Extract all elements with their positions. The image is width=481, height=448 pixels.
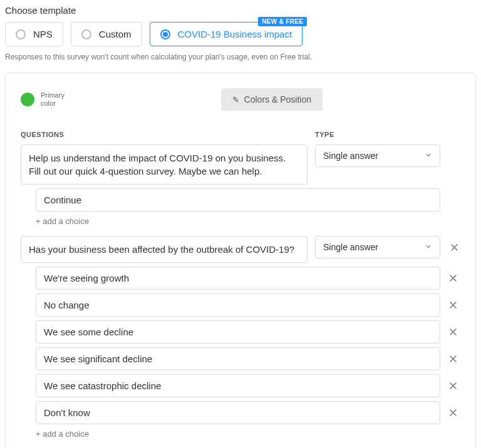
colors-position-label: Colors & Position [244, 94, 311, 104]
template-label: Custom [99, 29, 132, 39]
delete-choice-button[interactable] [445, 352, 460, 367]
choice-input[interactable]: We're seeing growth [36, 267, 440, 290]
choice-row: We're seeing growth [36, 267, 460, 290]
choice-row: Continue [36, 188, 460, 211]
columns-header: QUESTIONS TYPE [21, 131, 460, 138]
template-option-covid-19-business-impact[interactable]: COVID-19 Business impactNEW & FREE [150, 22, 303, 46]
question-type-value: Single answer [323, 151, 378, 161]
question-type-value: Single answer [323, 242, 378, 252]
question-block: Help us understand the impact of COVID-1… [21, 145, 460, 226]
radio-icon [16, 29, 26, 39]
page-title: Choose template [5, 5, 476, 16]
delete-choice-button[interactable] [445, 298, 460, 313]
delete-choice-button[interactable] [445, 405, 460, 420]
template-option-nps[interactable]: NPS [5, 22, 63, 46]
radio-icon [81, 29, 91, 39]
template-label: COVID-19 Business impact [178, 29, 292, 39]
choice-row: We see catastrophic decline [36, 374, 460, 397]
editor-card: Primary color ✎ Colors & Position QUESTI… [5, 73, 476, 448]
column-questions-label: QUESTIONS [21, 131, 308, 138]
choice-input[interactable]: Continue [36, 188, 440, 211]
delete-choice-button[interactable] [445, 271, 460, 286]
choice-input[interactable]: We see some decline [36, 320, 440, 344]
question-text-input[interactable]: Has your business been affected by the o… [21, 236, 308, 263]
chevron-down-icon [425, 151, 432, 161]
add-choice-link[interactable]: + add a choice [36, 216, 89, 226]
radio-icon [160, 29, 170, 39]
choice-row: We see significant decline [36, 347, 460, 370]
question-type-select[interactable]: Single answer [315, 236, 440, 258]
choice-row: Don't know [36, 401, 460, 424]
colors-position-button[interactable]: ✎ Colors & Position [221, 88, 323, 111]
delete-question-button[interactable] [448, 241, 460, 253]
choice-row: No change [36, 293, 460, 317]
delete-choice-button[interactable] [445, 325, 460, 340]
question-row: Has your business been affected by the o… [21, 236, 460, 263]
delete-choice-button[interactable] [445, 379, 460, 394]
choice-input[interactable]: We see catastrophic decline [36, 374, 440, 397]
question-type-select[interactable]: Single answer [315, 145, 440, 167]
add-choice-link[interactable]: + add a choice [36, 429, 89, 439]
choice-input[interactable]: No change [36, 293, 440, 317]
card-header: Primary color ✎ Colors & Position [21, 88, 460, 111]
template-options: NPSCustomCOVID-19 Business impactNEW & F… [5, 22, 476, 46]
question-row: Help us understand the impact of COVID-1… [21, 145, 460, 185]
template-label: NPS [33, 29, 53, 39]
choice-input[interactable]: Don't know [36, 401, 440, 424]
question-text-input[interactable]: Help us understand the impact of COVID-1… [21, 145, 308, 185]
question-block: Has your business been affected by the o… [21, 236, 460, 439]
choices-list: Continue+ add a choice [36, 188, 460, 226]
choices-list: We're seeing growthNo changeWe see some … [36, 267, 460, 439]
helper-text: Responses to this survey won't count whe… [5, 53, 476, 61]
column-type-label: TYPE [315, 131, 460, 138]
chevron-down-icon [425, 242, 432, 252]
primary-color-swatch[interactable] [21, 93, 34, 106]
choice-input[interactable]: We see significant decline [36, 347, 440, 370]
choice-row: We see some decline [36, 320, 460, 344]
new-free-badge: NEW & FREE [258, 17, 307, 26]
pencil-icon: ✎ [232, 95, 239, 104]
primary-color-label: Primary color [41, 91, 72, 108]
template-option-custom[interactable]: Custom [71, 22, 142, 46]
